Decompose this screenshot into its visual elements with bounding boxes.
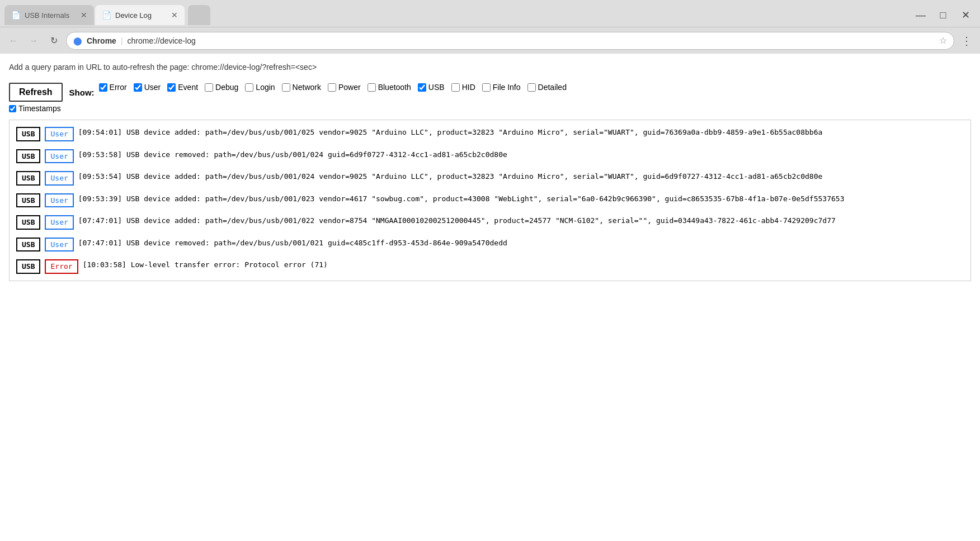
log-message-3: [09:53:39] USB device added: path=/dev/b…: [78, 193, 964, 205]
checkbox-hid[interactable]: [451, 83, 460, 92]
checkbox-item-debug: Debug: [205, 83, 238, 92]
log-tag-usb-3: USB: [16, 193, 40, 208]
page-content: Add a query param in URL to auto-refresh…: [0, 54, 980, 541]
checkbox-label-user: User: [144, 83, 161, 92]
checkbox-power[interactable]: [328, 83, 336, 92]
tab-doc-icon-2: 📄: [102, 11, 111, 20]
log-type-1: User: [45, 149, 73, 164]
log-entry: USBUser[09:53:58] USB device removed: pa…: [16, 149, 964, 164]
tab-bar: 📄 USB Internals ✕ 📄 Device Log ✕: [4, 5, 913, 25]
log-entry: USBUser[09:53:54] USB device added: path…: [16, 171, 964, 186]
log-message-2: [09:53:54] USB device added: path=/dev/b…: [78, 171, 964, 182]
checkbox-item-usb: USB: [418, 83, 445, 92]
tab-usb-internals-label: USB Internals: [25, 11, 69, 20]
address-separator: |: [121, 36, 123, 45]
checkbox-label-power: Power: [338, 83, 361, 92]
checkbox-item-fileinfo: File Info: [482, 83, 521, 92]
checkbox-item-detailed: Detailed: [527, 83, 567, 92]
checkbox-label-hid: HID: [462, 83, 475, 92]
log-message-5: [07:47:01] USB device removed: path=/dev…: [78, 238, 964, 249]
log-message-6: [10:03:58] Low-level transfer error: Pro…: [83, 259, 964, 270]
controls-row: Refresh Show: ErrorUserEventDebugLoginNe…: [9, 83, 971, 102]
log-message-1: [09:53:58] USB device removed: path=/dev…: [78, 149, 964, 160]
checkbox-label-fileinfo: File Info: [493, 83, 521, 92]
timestamps-label: Timestamps: [18, 104, 61, 113]
log-tag-usb-6: USB: [16, 259, 40, 274]
checkbox-usb[interactable]: [418, 83, 426, 92]
tab-device-log-label: Device Log: [115, 11, 152, 20]
log-type-2: User: [45, 171, 73, 186]
checkbox-label-debug: Debug: [215, 83, 238, 92]
browser-menu-button[interactable]: ⋮: [959, 33, 974, 49]
checkbox-item-error: Error: [99, 83, 127, 92]
log-type-3: User: [45, 193, 73, 208]
minimize-button[interactable]: —: [913, 7, 929, 23]
tab-device-log[interactable]: 📄 Device Log ✕: [95, 5, 185, 25]
log-message-4: [07:47:01] USB device added: path=/dev/b…: [78, 215, 964, 226]
log-type-6: Error: [45, 259, 78, 274]
reload-button[interactable]: ↻: [46, 33, 62, 49]
refresh-button[interactable]: Refresh: [9, 83, 63, 102]
checkbox-label-login: Login: [256, 83, 275, 92]
checkbox-error[interactable]: [99, 83, 107, 92]
new-tab-button[interactable]: [188, 5, 210, 25]
timestamps-row: Timestamps: [9, 104, 971, 113]
close-button[interactable]: ✕: [958, 7, 973, 23]
checkbox-label-usb: USB: [428, 83, 445, 92]
address-bar[interactable]: ⬤ Chrome | chrome://device-log ☆: [66, 32, 954, 50]
forward-button[interactable]: →: [26, 33, 41, 49]
checkbox-item-user: User: [134, 83, 161, 92]
checkbox-event[interactable]: [167, 83, 176, 92]
log-entry: USBUser[07:47:01] USB device added: path…: [16, 215, 964, 230]
checkbox-label-event: Event: [178, 83, 198, 92]
chrome-icon: ⬤: [73, 36, 82, 45]
show-label: Show:: [69, 88, 95, 97]
checkbox-item-event: Event: [167, 83, 198, 92]
address-url: chrome://device-log: [128, 36, 935, 45]
back-button[interactable]: ←: [6, 33, 21, 49]
browser-toolbar: ← → ↻ ⬤ Chrome | chrome://device-log ☆ ⋮: [0, 27, 980, 54]
checkbox-item-power: Power: [328, 83, 361, 92]
window-controls: — □ ✕: [913, 7, 976, 23]
checkbox-item-network: Network: [282, 83, 321, 92]
checkbox-item-bluetooth: Bluetooth: [368, 83, 411, 92]
tab-close-device-log[interactable]: ✕: [171, 11, 178, 20]
checkbox-item-login: Login: [245, 83, 275, 92]
checkbox-group: ErrorUserEventDebugLoginNetworkPowerBlue…: [99, 83, 572, 92]
log-tag-usb-2: USB: [16, 171, 40, 186]
log-type-0: User: [45, 127, 73, 141]
log-entry: USBUser[09:54:01] USB device added: path…: [16, 127, 964, 141]
checkbox-login[interactable]: [245, 83, 253, 92]
log-entry: USBError[10:03:58] Low-level transfer er…: [16, 259, 964, 274]
checkbox-label-error: Error: [110, 83, 127, 92]
timestamps-checkbox[interactable]: [9, 105, 16, 112]
checkbox-bluetooth[interactable]: [368, 83, 376, 92]
checkbox-label-network: Network: [293, 83, 321, 92]
log-type-4: User: [45, 215, 73, 230]
checkbox-fileinfo[interactable]: [482, 83, 491, 92]
log-tag-usb-0: USB: [16, 127, 40, 141]
log-entry: USBUser[07:47:01] USB device removed: pa…: [16, 238, 964, 252]
checkbox-debug[interactable]: [205, 83, 213, 92]
tab-doc-icon: 📄: [11, 11, 20, 20]
tab-usb-internals[interactable]: 📄 USB Internals ✕: [4, 5, 94, 25]
checkbox-label-bluetooth: Bluetooth: [378, 83, 411, 92]
log-entry: USBUser[09:53:39] USB device added: path…: [16, 193, 964, 208]
browser-chrome: 📄 USB Internals ✕ 📄 Device Log ✕ — □ ✕ ←…: [0, 0, 980, 54]
checkbox-user[interactable]: [134, 83, 142, 92]
checkbox-label-detailed: Detailed: [538, 83, 567, 92]
checkbox-item-hid: HID: [451, 83, 475, 92]
checkbox-detailed[interactable]: [527, 83, 536, 92]
log-tag-usb-1: USB: [16, 149, 40, 164]
info-text: Add a query param in URL to auto-refresh…: [9, 63, 971, 72]
log-message-0: [09:54:01] USB device added: path=/dev/b…: [78, 127, 964, 138]
tab-close-usb-internals[interactable]: ✕: [81, 11, 87, 20]
address-brand: Chrome: [87, 36, 116, 45]
bookmark-button[interactable]: ☆: [939, 35, 947, 46]
log-type-5: User: [45, 238, 73, 252]
maximize-button[interactable]: □: [935, 7, 951, 23]
log-area: USBUser[09:54:01] USB device added: path…: [9, 120, 971, 281]
title-bar: 📄 USB Internals ✕ 📄 Device Log ✕ — □ ✕: [0, 0, 980, 27]
checkbox-network[interactable]: [282, 83, 290, 92]
log-tag-usb-4: USB: [16, 215, 40, 230]
